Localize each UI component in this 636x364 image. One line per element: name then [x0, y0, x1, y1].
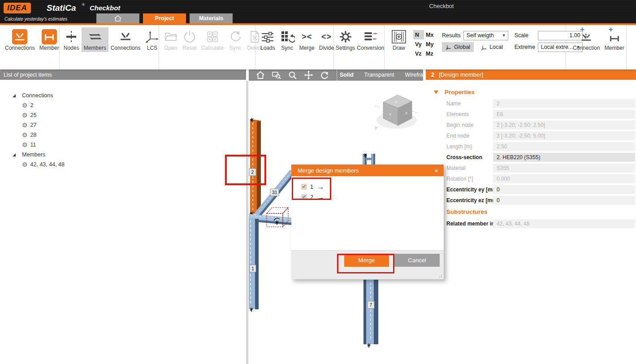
tab-project[interactable]: Project [143, 13, 186, 23]
tree-node-connections[interactable]: Connections [13, 91, 246, 100]
member-label-7: 7 [370, 302, 372, 308]
merge-members-button[interactable]: >< Merge [297, 27, 317, 52]
property-value: 2 [493, 99, 635, 108]
tab-home[interactable] [96, 13, 139, 23]
labels-nodes-button[interactable]: Nodes [61, 27, 82, 52]
cancel-button[interactable]: Cancel [394, 254, 440, 267]
property-row-length: Length [m] 2.50 [426, 142, 636, 151]
scale-label: Scale [515, 32, 535, 39]
zoom-window-icon[interactable] [272, 71, 281, 80]
property-row-eccentricity-ey[interactable]: Eccentricity ey [mm] 0 [426, 185, 636, 194]
selected-item-type: [Design member] [439, 71, 483, 78]
force-toggle-my[interactable]: My [424, 39, 436, 49]
related-member-value: 42, 43, 44, 48 [493, 219, 635, 228]
render-mode-switch: Solid Transparent Wireframe [337, 69, 436, 81]
property-row-begin-node: Begin node 2 [-3.20; -2.50; 2.50] [426, 121, 636, 130]
tree-item-connection[interactable]: ⚙ 11 [13, 140, 246, 150]
panel-splitter[interactable] [246, 81, 248, 364]
structural-sync-button[interactable]: Sync [277, 27, 297, 52]
tree-item-connection[interactable]: ⚙ 28 [13, 130, 246, 140]
labels-members-button[interactable]: Members [82, 27, 108, 52]
draw-forces-button[interactable]: Draw [388, 27, 410, 52]
view-cube[interactable]: Y Z X Y [374, 95, 418, 131]
divide-member-button[interactable]: <> Divide [317, 27, 336, 52]
window-title: Checkbot [406, 3, 477, 9]
nodes-icon [64, 29, 78, 45]
tree-item-member[interactable]: ⚙ 42, 43, 44, 48 [13, 160, 246, 169]
gear-icon: ⚙ [22, 122, 28, 128]
ribbon-group-new: + Connection + Member [566, 25, 627, 69]
gear-icon [338, 29, 353, 45]
property-row-elements: Elements E6 [426, 110, 636, 119]
annotation-rectangle-merge-button [337, 254, 394, 273]
close-icon[interactable]: × [434, 167, 438, 174]
local-axes-button[interactable]: Local [477, 42, 506, 52]
conversion-icon [363, 29, 378, 45]
new-connection-button[interactable]: + Connection [571, 27, 602, 52]
sync-button[interactable]: Sync [226, 27, 245, 52]
new-member-button[interactable]: + Member [602, 27, 627, 52]
force-toggle-vy[interactable]: Vy [413, 39, 424, 49]
member-7[interactable] [363, 280, 378, 344]
home-icon [114, 15, 122, 22]
member-7-top-stub[interactable] [363, 154, 375, 165]
collapse-triangle-icon[interactable] [434, 91, 438, 94]
global-axes-button[interactable]: Global [442, 42, 474, 52]
mode-solid[interactable]: Solid [337, 69, 359, 81]
import-member-button[interactable]: Member [37, 27, 61, 52]
calculate-button[interactable]: Calculate [199, 27, 226, 52]
merge-icon: >< [302, 29, 312, 45]
force-toggle-mz[interactable]: Mz [424, 49, 436, 58]
property-row-eccentricity-ez[interactable]: Eccentricity ez [mm] 0 [426, 196, 636, 205]
product-name: Checkbot [90, 4, 120, 12]
force-toggle-n[interactable]: N [413, 30, 424, 39]
pan-icon[interactable] [304, 70, 313, 80]
conversion-button[interactable]: Conversion [356, 27, 385, 52]
force-toggle-mx[interactable]: Mx [424, 30, 436, 39]
plus-icon: + [580, 25, 584, 34]
zoom-home-icon[interactable] [256, 71, 265, 79]
results-dropdown[interactable]: Self weigth ▼ [463, 31, 508, 40]
zoom-icon[interactable] [288, 71, 297, 80]
plus-icon: + [609, 25, 613, 34]
settings-button[interactable]: Settings [335, 27, 356, 52]
rotate-icon[interactable] [320, 71, 329, 80]
resize-grip[interactable] [439, 274, 442, 278]
collapse-icon[interactable] [13, 153, 16, 156]
divide-icon: <> [321, 29, 332, 45]
tab-materials[interactable]: Materials [190, 13, 233, 23]
lcs-axes-icon [145, 29, 159, 45]
labels-connections-button[interactable]: Connections [108, 27, 143, 52]
eccentricity-ey-input[interactable]: 0 [493, 185, 635, 194]
global-axes-icon [446, 44, 452, 50]
viewport-toolbar: Solid Transparent Wireframe [249, 69, 423, 81]
collapse-icon[interactable] [13, 94, 16, 97]
project-tree: Connections ⚙ 2 ⚙ 25 ⚙ 27 ⚙ 28 ⚙ 11 [0, 80, 246, 169]
import-connections-icon [12, 29, 27, 45]
tree-node-members[interactable]: Members [13, 150, 246, 160]
open-button[interactable]: Open [161, 27, 180, 52]
property-row-cross-section[interactable]: Cross-section 2. HEB220 (S355) [426, 153, 636, 162]
tree-item-connection[interactable]: ⚙ 2 [13, 100, 246, 110]
reset-button[interactable]: Reset [180, 27, 199, 52]
tree-item-connection[interactable]: ⚙ 27 [13, 120, 246, 130]
loads-button[interactable]: Loads [258, 27, 277, 52]
property-value: 0.000 [493, 174, 635, 183]
member-1[interactable] [249, 218, 259, 309]
cross-section-value[interactable]: 2. HEB220 (S355) [493, 153, 635, 162]
properties-section-header[interactable]: Properties [426, 88, 636, 96]
dialog-title-bar[interactable]: Merge design members × [291, 165, 444, 176]
dialog-title: Merge design members [298, 167, 359, 174]
tree-item-connection[interactable]: ⚙ 25 [13, 110, 246, 120]
gear-icon: ⚙ [22, 112, 28, 118]
mode-transparent[interactable]: Transparent [359, 69, 400, 81]
member-label-31: 31 [272, 190, 277, 195]
open-folder-icon [164, 29, 178, 45]
results-label: Results [442, 32, 461, 39]
brand-name: StatiCa [47, 3, 76, 13]
properties-panel: 2 [Design member] Properties Name 2 Elem… [426, 69, 636, 364]
member-label-1: 1 [251, 266, 254, 271]
force-toggle-vz[interactable]: Vz [413, 49, 424, 58]
import-connections-button[interactable]: Connections [3, 27, 37, 52]
eccentricity-ez-input[interactable]: 0 [493, 196, 635, 205]
